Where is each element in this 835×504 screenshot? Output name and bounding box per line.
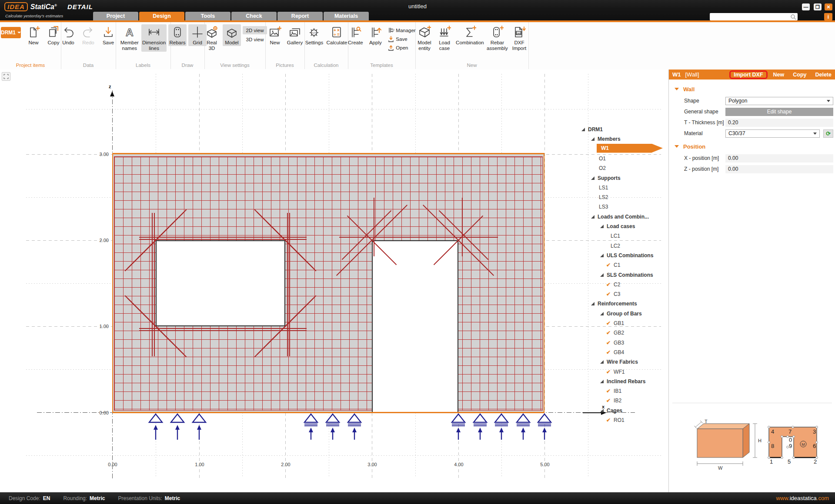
expander-icon[interactable] — [600, 360, 604, 364]
member-names-button[interactable]: AMember names — [120, 24, 140, 52]
dxf-import-button[interactable]: DXFDXF Import — [510, 24, 528, 52]
tree-item-gb1[interactable]: ✔GB1 — [606, 319, 624, 328]
new-button[interactable]: New — [24, 24, 43, 46]
tree-item-c1[interactable]: ✔C1 — [606, 261, 620, 269]
checkbox-checked-icon[interactable]: ✔ — [606, 388, 611, 394]
2d-view-button[interactable]: 2D view — [243, 26, 267, 34]
refresh-material-button[interactable]: ⟳ — [823, 129, 833, 138]
tab-check[interactable]: Check — [231, 12, 277, 20]
expander-icon[interactable] — [591, 215, 595, 219]
tree-item-c3[interactable]: ✔C3 — [606, 290, 620, 298]
tree-item-reinforcements[interactable]: Reinforcements — [591, 299, 637, 308]
tree-item-ro1[interactable]: ✔RO1 — [606, 416, 625, 424]
manager-template-button[interactable]: Manager — [386, 26, 417, 34]
checkbox-checked-icon[interactable]: ✔ — [606, 330, 611, 336]
expander-icon[interactable] — [600, 312, 604, 315]
expander-icon[interactable] — [600, 380, 604, 383]
tree-item-w1-selected[interactable]: W1 — [597, 144, 663, 153]
real-3d-button[interactable]: Real 3D — [203, 24, 221, 52]
search-input[interactable] — [710, 14, 790, 20]
copy-button[interactable]: Copy — [793, 72, 806, 78]
shape-dropdown[interactable]: Polygon — [725, 97, 833, 105]
tree-item-ib2[interactable]: ✔IB2 — [606, 396, 621, 405]
checkbox-checked-icon[interactable]: ✔ — [606, 340, 611, 346]
expander-icon[interactable] — [600, 254, 604, 257]
support-icon[interactable] — [170, 413, 185, 443]
calculate-button[interactable]: +×÷=Calculate — [326, 24, 348, 46]
combination-button[interactable]: Combination — [455, 24, 484, 46]
tree-item-o2[interactable]: O2 — [599, 164, 606, 172]
3d-view-button[interactable]: 3D view — [243, 35, 267, 43]
tree-item-lc2[interactable]: LC2 — [611, 242, 620, 250]
tree-item-wf1[interactable]: ✔WF1 — [606, 368, 625, 376]
model-entity-button[interactable]: Model entity — [415, 24, 434, 52]
minimize-button[interactable]: — — [802, 3, 810, 10]
tree-item-sls-combinations[interactable]: SLS Combinations — [600, 271, 653, 279]
tree-item-drm1[interactable]: DRM1 — [581, 125, 603, 134]
expander-icon[interactable] — [600, 409, 604, 412]
expander-icon[interactable] — [600, 225, 604, 228]
tree-item-o1[interactable]: O1 — [599, 154, 606, 163]
expander-icon[interactable] — [581, 128, 585, 131]
tab-design[interactable]: Design — [139, 12, 184, 20]
undo-button[interactable]: Undo — [59, 24, 77, 46]
apply-button[interactable]: Apply — [366, 24, 384, 46]
drawing-canvas[interactable]: 0.001.002.003.004.005.003.002.001.000.00… — [0, 70, 668, 492]
tree-item-cages[interactable]: Cages — [600, 406, 622, 415]
settings-button[interactable]: </>Settings — [304, 24, 324, 46]
project-item-selector[interactable]: DRM1 — [1, 27, 21, 38]
checkbox-checked-icon[interactable]: ✔ — [606, 398, 611, 404]
tree-item-loads-and-combin[interactable]: Loads and Combin... — [591, 212, 649, 221]
tree-item-ls2[interactable]: LS2 — [599, 193, 608, 202]
new-button[interactable]: New — [773, 72, 785, 78]
support-icon[interactable] — [472, 413, 488, 443]
new-button[interactable]: New — [266, 24, 284, 46]
support-icon[interactable] — [148, 413, 164, 443]
tree-item-load-cases[interactable]: Load cases — [600, 222, 635, 231]
save-button[interactable]: Save — [99, 24, 117, 46]
section-header-wall[interactable]: Wall — [669, 84, 835, 94]
tree-item-supports[interactable]: Supports — [591, 174, 621, 182]
expander-icon[interactable] — [600, 273, 604, 277]
create-button[interactable]: Create — [346, 24, 364, 46]
tree-item-lc1[interactable]: LC1 — [611, 232, 620, 240]
gallery-button[interactable]: Gallery — [286, 24, 304, 46]
tab-report[interactable]: Report — [277, 12, 323, 20]
tab-tools[interactable]: Tools — [185, 12, 230, 20]
tab-project[interactable]: Project — [93, 12, 138, 20]
tree-item-members[interactable]: Members — [591, 135, 621, 143]
tree-item-ib1[interactable]: ✔IB1 — [606, 387, 621, 395]
expander-icon[interactable] — [591, 302, 595, 305]
tree-item-gb2[interactable]: ✔GB2 — [606, 328, 624, 337]
support-icon[interactable] — [347, 413, 362, 443]
section-header-position[interactable]: Position — [669, 142, 835, 151]
tree-item-gb3[interactable]: ✔GB3 — [606, 338, 624, 347]
x-position-m-field[interactable]: 0.00 — [725, 154, 833, 162]
checkbox-checked-icon[interactable]: ✔ — [606, 291, 611, 297]
t-thickness-m-field[interactable]: 0.20 — [725, 119, 833, 127]
edit-shape-button[interactable]: Edit shape — [725, 108, 833, 116]
checkbox-checked-icon[interactable]: ✔ — [606, 417, 611, 423]
tree-item-ls1[interactable]: LS1 — [599, 183, 608, 192]
fit-view-button[interactable] — [2, 72, 10, 81]
tab-materials[interactable]: Materials — [324, 12, 369, 20]
tree-item-inclined-rebars[interactable]: Inclined Rebars — [600, 377, 645, 386]
open-template-button[interactable]: Open — [386, 43, 417, 52]
support-icon[interactable] — [537, 413, 552, 443]
checkbox-checked-icon[interactable]: ✔ — [606, 349, 611, 355]
tree-item-c2[interactable]: ✔C2 — [606, 280, 620, 289]
support-icon[interactable] — [191, 413, 207, 443]
rebar-assembly-button[interactable]: Rebar assembly — [486, 24, 508, 52]
search-box[interactable] — [710, 13, 798, 20]
expander-icon[interactable] — [591, 137, 595, 141]
rebars-button[interactable]: Rebars — [168, 24, 187, 46]
support-icon[interactable] — [303, 413, 319, 443]
redo-button[interactable]: Redo — [79, 24, 97, 46]
load-case-button[interactable]: Load case — [435, 24, 454, 52]
import-dxf-button[interactable]: Import DXF — [729, 70, 767, 79]
material-dropdown[interactable]: C30/37 — [725, 129, 820, 138]
expander-icon[interactable] — [591, 176, 595, 180]
delete-button[interactable]: Delete — [815, 72, 832, 78]
door-opening-o2[interactable] — [372, 240, 458, 413]
support-icon[interactable] — [325, 413, 341, 443]
